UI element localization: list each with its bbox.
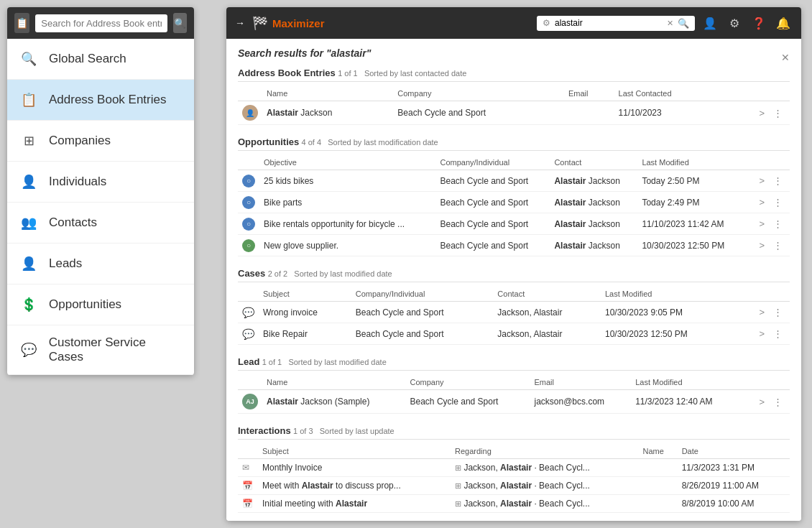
top-search-bar: 📋 🔍: [7, 7, 194, 39]
row-more-button[interactable]: ⋮: [770, 327, 785, 341]
user-icon-button[interactable]: 👤: [701, 14, 719, 32]
sidebar-item-label: Address Book Entries: [49, 93, 166, 107]
interactions-section-header: Interactions 1 of 3 Sorted by last updat…: [238, 425, 790, 440]
cell-company: Beach Cycle and Sport: [435, 213, 550, 235]
col-header-email: Email: [530, 375, 632, 390]
row-expand-button[interactable]: >: [756, 174, 767, 187]
sidebar-item-opportunities[interactable]: 💲 Opportunities: [7, 284, 194, 325]
back-button[interactable]: →: [235, 17, 245, 29]
col-header-contact: Contact: [550, 155, 637, 170]
settings-search-icon: ⚙: [543, 18, 550, 28]
cell-last-contacted: 11/10/2023: [614, 101, 724, 125]
opportunities-section: Opportunities 4 of 4 Sorted by last modi…: [238, 136, 790, 256]
sidebar-item-leads[interactable]: 👤 Leads: [7, 244, 194, 284]
row-expand-button[interactable]: >: [756, 238, 767, 252]
cell-company: Beach Cycle and Sport: [406, 390, 530, 414]
cell-subject: Wrong invoice: [259, 302, 351, 323]
col-header-icon: [238, 287, 259, 302]
table-row: ○ 25 kids bikes Beach Cycle and Sport Al…: [238, 170, 790, 192]
cell-company: Beach Cycle and Sport: [435, 235, 550, 256]
sidebar-item-label: Opportunities: [49, 297, 121, 312]
interactions-table: Subject Regarding Name Date ✉ Monthly In…: [238, 444, 790, 513]
sidebar-item-label: Contacts: [49, 216, 97, 230]
sidebar-item-address-book[interactable]: 📋 Address Book Entries: [7, 80, 194, 121]
sidebar-item-label: Companies: [49, 134, 111, 148]
table-row: ✉ Monthly Invoice ⊞ Jackson, Alastair · …: [238, 459, 790, 477]
sidebar-item-individuals[interactable]: 👤 Individuals: [7, 162, 194, 203]
row-expand-button[interactable]: >: [756, 217, 767, 231]
cell-subject: Monthly Invoice: [258, 459, 451, 477]
row-more-button[interactable]: ⋮: [770, 106, 785, 120]
companies-icon: ⊞: [19, 131, 39, 151]
contacts-icon: 👥: [19, 213, 39, 233]
table-row: ○ Bike rentals opportunity for bicycle .…: [238, 213, 790, 235]
opportunity-icon: ○: [242, 175, 255, 187]
row-expand-button[interactable]: >: [756, 395, 767, 409]
address-book-table: Name Company Email Last Contacted 👤 Alas…: [238, 86, 790, 125]
logo-icon: 🏁: [252, 15, 268, 31]
close-results-button[interactable]: ✕: [781, 52, 790, 63]
table-row: 💬 Bike Repair Beach Cycle and Sport Jack…: [238, 323, 790, 345]
cell-contact: Jackson, Alastair: [493, 323, 601, 345]
global-search-bar: ⚙ ✕ 🔍: [537, 16, 695, 31]
col-header-actions: [741, 375, 790, 390]
row-expand-button[interactable]: >: [756, 327, 767, 341]
address-book-nav-icon: 📋: [19, 90, 39, 110]
leads-icon: 👤: [19, 254, 39, 274]
row-expand-button[interactable]: >: [756, 106, 767, 120]
sidebar-item-companies[interactable]: ⊞ Companies: [7, 121, 194, 162]
search-input[interactable]: [35, 14, 167, 32]
cell-objective: Bike parts: [259, 192, 435, 213]
case-icon: 💬: [242, 328, 254, 340]
col-header-last-modified: Last Modified: [601, 287, 734, 302]
lead-section-header: Lead 1 of 1 Sorted by last modified date: [238, 356, 790, 371]
col-header-company: Company/Individual: [351, 287, 494, 302]
main-header: → 🏁 Maximizer ⚙ ✕ 🔍 👤 ⚙ ❓ 🔔: [226, 7, 801, 39]
col-header-last-modified: Last Modified: [637, 155, 745, 170]
app-logo: 🏁 Maximizer: [252, 15, 325, 31]
search-button[interactable]: 🔍: [173, 13, 187, 33]
clear-search-button[interactable]: ✕: [667, 19, 673, 28]
opportunity-icon: ○: [242, 218, 255, 231]
cell-last-modified: 10/30/2023 9:05 PM: [601, 302, 734, 323]
cell-last-modified: 11/10/2023 11:42 AM: [637, 213, 745, 235]
row-more-button[interactable]: ⋮: [770, 217, 785, 231]
email-icon: ✉: [242, 463, 249, 473]
row-more-button[interactable]: ⋮: [770, 395, 785, 409]
row-more-button[interactable]: ⋮: [770, 305, 785, 319]
results-body: Search results for "alastair" ✕ Address …: [226, 39, 801, 521]
col-header-name: Name: [262, 86, 393, 101]
col-header-name: [238, 86, 262, 101]
settings-button[interactable]: ⚙: [725, 14, 744, 32]
row-more-button[interactable]: ⋮: [770, 174, 785, 187]
row-expand-button[interactable]: >: [756, 195, 767, 209]
cell-last-modified: Today 2:50 PM: [637, 170, 745, 192]
avatar: 👤: [242, 105, 258, 121]
col-header-date: Date: [678, 444, 790, 459]
sidebar-item-contacts[interactable]: 👥 Contacts: [7, 203, 194, 244]
lead-avatar: AJ: [242, 394, 258, 409]
cell-contact: Jackson, Alastair: [493, 302, 601, 323]
table-row: ○ New glove supplier. Beach Cycle and Sp…: [238, 235, 790, 256]
col-header-subject: Subject: [258, 444, 451, 459]
cases-section-header: Cases 2 of 2 Sorted by last modified dat…: [238, 268, 790, 282]
cell-name: [639, 477, 678, 495]
row-more-button[interactable]: ⋮: [770, 195, 785, 209]
notifications-button[interactable]: 🔔: [774, 14, 793, 32]
cases-table: Subject Company/Individual Contact Last …: [238, 287, 790, 345]
help-button[interactable]: ❓: [749, 14, 768, 32]
col-header-icon: [238, 155, 259, 170]
sidebar-item-customer-service[interactable]: 💬 Customer Service Cases: [7, 325, 194, 375]
search-submit-button[interactable]: 🔍: [678, 18, 689, 29]
row-expand-button[interactable]: >: [756, 305, 767, 319]
table-row: 📅 Meet with Alastair to discuss prop... …: [238, 477, 790, 495]
row-more-button[interactable]: ⋮: [770, 238, 785, 252]
col-header-contact: Contact: [493, 287, 601, 302]
table-row: AJ Alastair Jackson (Sample) Beach Cycle…: [238, 390, 790, 414]
col-header-name: Name: [262, 375, 406, 390]
cell-company: Beach Cycle and Sport: [351, 323, 494, 345]
calendar-icon: 📅: [242, 499, 253, 509]
address-book-section: Address Book Entries 1 of 1 Sorted by la…: [238, 68, 790, 125]
sidebar-item-global-search[interactable]: 🔍 Global Search: [7, 39, 194, 80]
global-search-input[interactable]: [555, 18, 663, 28]
